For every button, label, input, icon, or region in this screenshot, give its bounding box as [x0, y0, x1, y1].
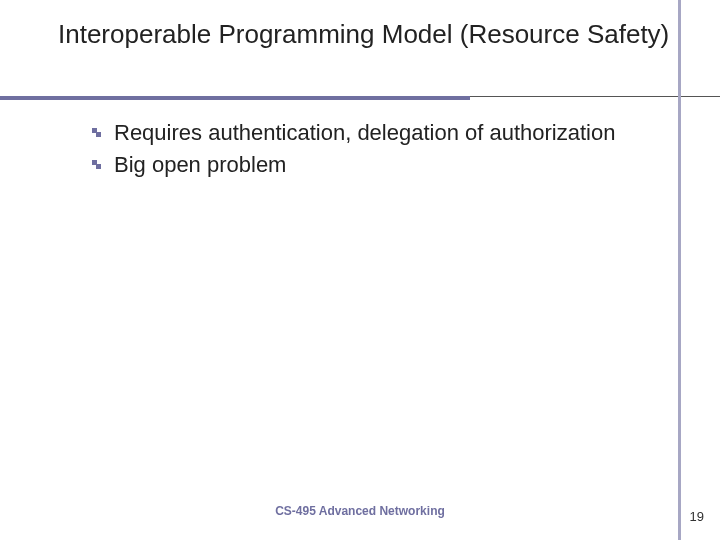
- slide-title: Interoperable Programming Model (Resourc…: [58, 18, 680, 51]
- title-underline-thick: [0, 96, 470, 100]
- list-item: Big open problem: [92, 150, 640, 180]
- bullet-text: Big open problem: [114, 150, 286, 180]
- page-number: 19: [690, 509, 704, 524]
- bullet-text: Requires authentication, delegation of a…: [114, 118, 615, 148]
- title-underline-thin: [470, 96, 720, 98]
- body-content: Requires authentication, delegation of a…: [92, 118, 640, 181]
- bullet-icon: [92, 160, 102, 170]
- footer-text: CS-495 Advanced Networking: [0, 504, 720, 518]
- slide: Interoperable Programming Model (Resourc…: [0, 0, 720, 540]
- list-item: Requires authentication, delegation of a…: [92, 118, 640, 148]
- bullet-icon: [92, 128, 102, 138]
- vertical-rule: [678, 0, 681, 540]
